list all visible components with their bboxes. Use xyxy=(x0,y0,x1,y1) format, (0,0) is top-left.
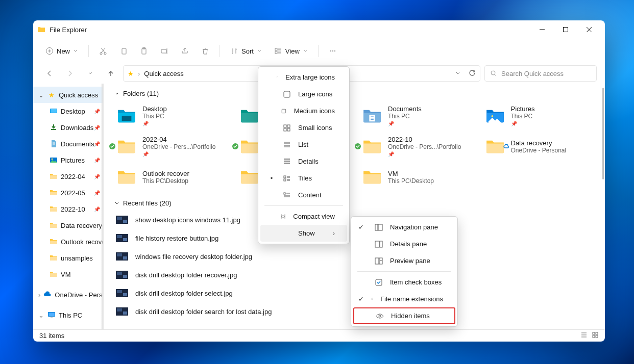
menu-label: Details pane xyxy=(390,240,427,248)
folder-item[interactable]: DesktopThis PC📌 xyxy=(114,101,227,130)
menu-label: Content xyxy=(298,191,322,199)
svg-rect-33 xyxy=(117,253,122,256)
share-button[interactable] xyxy=(177,43,193,59)
menu-item-medium-icons[interactable]: Medium icons xyxy=(260,102,347,119)
folder-icon xyxy=(50,189,58,197)
menu-item-list[interactable]: List xyxy=(260,136,347,153)
recent-dropdown[interactable] xyxy=(82,65,99,82)
sort-button[interactable]: Sort xyxy=(226,43,266,59)
search-icon xyxy=(490,70,497,77)
svg-point-22 xyxy=(491,115,493,117)
sidebar-item-documents[interactable]: Documents📌 xyxy=(33,136,103,152)
folder-item[interactable]: Data recoveryOneDrive - Personal xyxy=(482,132,595,161)
rename-button[interactable] xyxy=(156,43,173,59)
scrollbar[interactable] xyxy=(602,88,604,179)
more-button[interactable] xyxy=(325,43,341,59)
menu-item-hidden-items[interactable]: Hidden items xyxy=(353,307,455,324)
up-button[interactable] xyxy=(103,65,119,82)
folder-name: 2022-10 xyxy=(388,136,461,143)
svg-point-17 xyxy=(52,159,53,160)
section-recent[interactable]: Recent files (20) xyxy=(114,199,595,207)
pin-icon: 📌 xyxy=(94,141,100,147)
svg-rect-45 xyxy=(596,332,598,334)
star-icon: ★ xyxy=(128,70,134,77)
pictures-icon xyxy=(50,156,58,164)
sm-icon xyxy=(283,124,291,132)
menu-label: Extra large icons xyxy=(285,73,335,81)
maximize-button[interactable] xyxy=(554,21,577,38)
details-view-icon[interactable] xyxy=(580,331,588,340)
menu-item-small-icons[interactable]: Small icons xyxy=(260,119,347,136)
svg-rect-58 xyxy=(375,224,378,230)
pin-icon: 📌 xyxy=(94,158,100,163)
folder-icon xyxy=(50,205,58,213)
copy-button[interactable] xyxy=(115,43,132,59)
titlebar: File Explorer xyxy=(33,20,605,39)
menu-item-details-pane[interactable]: Details pane xyxy=(353,236,455,252)
address-location: Quick access xyxy=(144,70,183,77)
file-icon xyxy=(371,295,373,303)
menu-label: Item check boxes xyxy=(390,278,442,286)
menu-item-preview-pane[interactable]: Preview pane xyxy=(353,252,455,269)
menu-item-extra-large-icons[interactable]: Extra large icons xyxy=(260,69,347,86)
sidebar-item-unsamples[interactable]: unsamples xyxy=(33,250,103,266)
thumbnails-view-icon[interactable] xyxy=(592,331,599,340)
check-icon: ✓ xyxy=(358,295,364,303)
sidebar-label: Downloads xyxy=(61,124,93,132)
desktop-icon xyxy=(50,107,58,115)
menu-item-show[interactable]: Show› xyxy=(260,225,347,242)
back-button[interactable] xyxy=(41,65,58,82)
sidebar-item-downloads[interactable]: Downloads📌 xyxy=(33,119,103,136)
menu-item-file-name-extensions[interactable]: ✓File name extensions xyxy=(353,291,455,307)
menu-item-large-icons[interactable]: Large icons xyxy=(260,86,347,102)
section-folders[interactable]: Folders (11) xyxy=(114,90,595,97)
sidebar-label: 2022-10 xyxy=(61,205,85,213)
menu-item-compact-view[interactable]: Compact view xyxy=(260,208,347,225)
folder-item[interactable]: 2022-04OneDrive - Pers...\Portfolio📌 xyxy=(114,132,227,161)
folder-icon xyxy=(361,105,383,126)
paste-button[interactable] xyxy=(136,43,152,59)
svg-rect-47 xyxy=(596,335,598,337)
sidebar-item-outlook-recove[interactable]: Outlook recove xyxy=(33,233,103,250)
dropdown-icon[interactable] xyxy=(455,70,460,77)
refresh-button[interactable] xyxy=(469,69,476,78)
thumbnail-icon xyxy=(116,289,128,297)
sidebar-item-2022-04[interactable]: 2022-04📌 xyxy=(33,168,103,185)
menu-label: Small icons xyxy=(298,124,332,132)
menu-item-content[interactable]: Content xyxy=(260,187,347,203)
folder-item[interactable]: PicturesThis PC📌 xyxy=(482,101,595,130)
svg-rect-34 xyxy=(123,256,127,259)
sidebar-item-desktop[interactable]: Desktop📌 xyxy=(33,103,103,119)
menu-item-details[interactable]: Details xyxy=(260,153,347,170)
folder-item[interactable]: Outlook recoverThis PC\Desktop xyxy=(114,163,227,191)
sidebar-item-pictures[interactable]: Pictures📌 xyxy=(33,152,103,168)
cut-button[interactable] xyxy=(95,43,111,59)
menu-item-item-check-boxes[interactable]: Item check boxes xyxy=(353,274,455,291)
sidebar-onedrive[interactable]: › OneDrive - Perso xyxy=(33,287,103,303)
minimize-button[interactable] xyxy=(530,21,554,38)
svg-point-65 xyxy=(379,315,381,317)
close-button[interactable] xyxy=(577,21,601,38)
sidebar-thispc[interactable]: ⌄ This PC xyxy=(33,307,103,323)
sidebar-label: Pictures xyxy=(61,157,85,164)
sidebar-item-data-recovery[interactable]: Data recovery xyxy=(33,217,103,233)
folder-item[interactable]: DocumentsThis PC📌 xyxy=(359,101,472,130)
new-button[interactable]: New xyxy=(41,43,82,59)
sidebar-quick-access[interactable]: ⌄ ★ Quick access xyxy=(33,87,103,103)
pin-icon: 📌 xyxy=(94,109,100,114)
folder-icon xyxy=(50,270,58,278)
sidebar-item-2022-10[interactable]: 2022-10📌 xyxy=(33,201,103,217)
menu-item-tiles[interactable]: •Tiles xyxy=(260,170,347,187)
folder-item[interactable]: 2022-10OneDrive - Pers...\Portfolio📌 xyxy=(359,132,472,161)
sync-icon xyxy=(109,143,116,150)
folder-item[interactable]: VMThis PC\Desktop xyxy=(359,163,472,191)
search-box[interactable]: Search Quick access xyxy=(484,65,597,82)
sidebar-item-vm[interactable]: VM xyxy=(33,266,103,282)
forward-button[interactable] xyxy=(62,65,78,82)
delete-button[interactable] xyxy=(197,43,213,59)
sidebar-item-2022-05[interactable]: 2022-05📌 xyxy=(33,185,103,201)
view-button[interactable]: View xyxy=(270,43,312,59)
folder-name: VM xyxy=(388,170,434,177)
svg-rect-7 xyxy=(161,49,166,53)
menu-item-navigation-pane[interactable]: ✓Navigation pane xyxy=(353,219,455,236)
